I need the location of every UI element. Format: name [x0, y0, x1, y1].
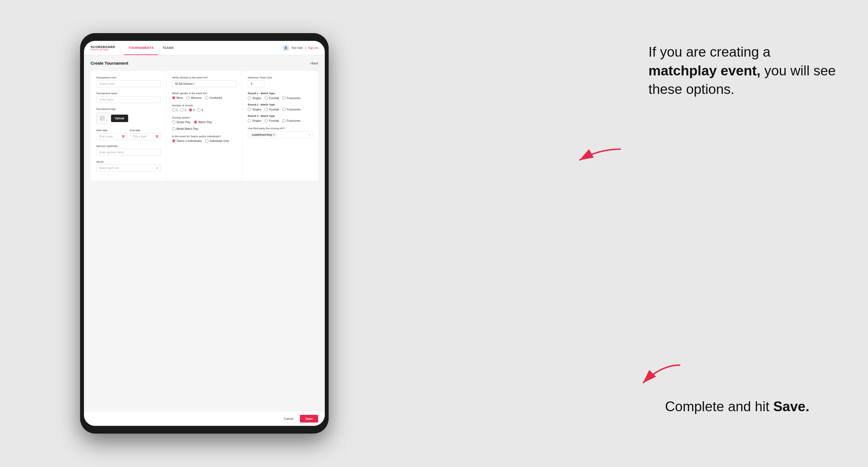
tournament-name-group: Tournament name [96, 92, 161, 103]
round2-radio-group: Singles Fourball Foursomes [248, 108, 313, 111]
round1-fourball-radio[interactable] [265, 96, 268, 100]
nav-bar: SCOREBOARD Powered by clippit TOURNAMENT… [84, 41, 325, 55]
round1-singles-radio[interactable] [248, 96, 251, 100]
gender-combined[interactable]: Combined [205, 96, 222, 99]
round2-fourball-radio[interactable] [265, 108, 268, 111]
round3-fourball[interactable]: Fourball [265, 119, 279, 122]
max-team-size-input[interactable] [248, 81, 264, 87]
tournament-name-input[interactable] [96, 96, 161, 103]
max-team-size-group: Maximum Team Size [248, 76, 313, 87]
svg-point-1 [101, 117, 102, 118]
rounds-4-radio[interactable] [197, 108, 200, 112]
gender-group: Which gender is the event for? Mens Wome… [172, 92, 237, 99]
save-button[interactable]: Save [300, 415, 318, 423]
round1-fourball[interactable]: Fourball [265, 96, 279, 100]
round2-singles-radio[interactable] [248, 108, 251, 111]
round2-foursomes[interactable]: Foursomes [282, 108, 301, 111]
teams-teams[interactable]: Teams (+Individuals) [172, 139, 202, 143]
teams-individuals-radio[interactable] [205, 139, 209, 143]
round1-radio-group: Singles Fourball Foursomes [248, 96, 313, 100]
round3-radio-group: Singles Fourball Foursomes [248, 119, 313, 122]
form-col-2: Which division is the event for? NCAA Di… [166, 71, 243, 181]
round3-singles-radio[interactable] [248, 119, 251, 122]
round3-foursomes[interactable]: Foursomes [282, 119, 301, 122]
nav-user: 👤 Test User | Sign out [283, 45, 318, 51]
round3-singles[interactable]: Singles [248, 119, 261, 122]
max-team-size-label: Maximum Team Size [248, 76, 313, 79]
venue-input[interactable] [96, 165, 161, 172]
user-name: Test User [291, 46, 303, 50]
upload-button[interactable]: Upload [111, 115, 128, 122]
round3-fourball-radio[interactable] [265, 119, 268, 122]
round2-label: Round 2 - Match Type [248, 103, 313, 106]
round2-match-type: Round 2 - Match Type Singles Fourball [248, 103, 313, 111]
scoring-match-radio[interactable] [194, 120, 197, 124]
round3-match-type: Round 3 - Match Type Singles Fourball [248, 114, 313, 122]
sponsor-input[interactable] [96, 149, 161, 156]
gender-womens-radio[interactable] [186, 96, 190, 99]
round1-singles[interactable]: Singles [248, 96, 261, 100]
tournament-host-input[interactable] [96, 81, 161, 87]
start-date-group: Start date 📅 [96, 129, 127, 140]
third-party-group: Use third-party live scoring API? Leader… [248, 127, 313, 138]
logo-placeholder [96, 112, 108, 124]
round1-foursomes[interactable]: Foursomes [282, 96, 301, 100]
annotation-matchplay-bold: matchplay event, [648, 63, 761, 79]
gender-label: Which gender is the event for? [172, 92, 237, 95]
round1-foursomes-radio[interactable] [282, 96, 285, 100]
nav-tabs: TOURNAMENTS TEAMS [124, 41, 283, 55]
arrow-right [571, 146, 626, 169]
round2-singles[interactable]: Singles [248, 108, 261, 111]
annotation-bottom-text1: Complete and hit [665, 399, 773, 414]
scoring-label: Scoring system [172, 116, 237, 119]
logo-sub: Powered by clippit [91, 49, 115, 51]
rounds-3-radio[interactable] [189, 108, 192, 112]
round1-label: Round 1 - Match Type [248, 92, 313, 95]
calendar-icon: 📅 [122, 135, 125, 138]
rounds-3[interactable]: 3 [189, 108, 195, 112]
tablet-screen: SCOREBOARD Powered by clippit TOURNAMENT… [84, 41, 325, 426]
scoring-match[interactable]: Match Play [194, 120, 212, 124]
sponsor-label: Sponsor (optional) [96, 145, 161, 148]
form-col-1: Tournament Host Tournament name Tourname… [91, 71, 166, 181]
gender-womens-label: Womens [191, 96, 202, 99]
rounds-2-radio[interactable] [180, 108, 184, 112]
cancel-button[interactable]: Cancel [280, 415, 297, 423]
rounds-2[interactable]: 2 [180, 108, 186, 112]
start-date-wrap: 📅 [96, 133, 127, 140]
rounds-1-radio[interactable] [172, 108, 175, 112]
gender-combined-radio[interactable] [205, 96, 208, 99]
annotation-save-bold: Save. [773, 399, 809, 414]
third-party-select[interactable]: Leaderboard King ✕ ▾ [248, 131, 313, 138]
gender-womens[interactable]: Womens [186, 96, 202, 99]
form-footer: Cancel Save [84, 411, 325, 426]
gender-mens[interactable]: Mens [172, 96, 183, 99]
tournament-host-group: Tournament Host [96, 76, 161, 87]
rounds-1[interactable]: 1 [172, 108, 178, 112]
scoring-medal-radio[interactable] [172, 127, 175, 130]
scoring-medal[interactable]: Medal Match Play [172, 127, 198, 130]
scoring-stroke-radio[interactable] [172, 120, 175, 124]
round2-foursomes-radio[interactable] [282, 108, 285, 111]
round2-fourball[interactable]: Fourball [265, 108, 279, 111]
round3-label: Round 3 - Match Type [248, 114, 313, 117]
tab-teams[interactable]: TEAMS [158, 41, 178, 55]
tournament-logo-label: Tournament logo [96, 107, 161, 111]
sponsor-group: Sponsor (optional) [96, 145, 161, 156]
sign-out-link[interactable]: Sign out [308, 46, 318, 50]
teams-individuals[interactable]: Individuals Only [205, 139, 229, 143]
tournament-name-label: Tournament name [96, 92, 161, 95]
teams-teams-radio[interactable] [172, 139, 175, 143]
logo-text: SCOREBOARD [91, 45, 115, 49]
rounds-4[interactable]: 4 [197, 108, 203, 112]
tab-tournaments[interactable]: TOURNAMENTS [124, 41, 158, 55]
back-link[interactable]: ‹ Back [310, 62, 318, 65]
tournament-logo-group: Tournament logo Upload [96, 107, 161, 124]
round3-foursomes-radio[interactable] [282, 119, 285, 122]
annotation-right: If you are creating a matchplay event, y… [648, 43, 842, 99]
gender-mens-radio[interactable] [172, 96, 175, 99]
scoring-stroke[interactable]: Stroke Play [172, 120, 191, 124]
third-party-remove-icon[interactable]: ✕ [273, 133, 275, 136]
division-select[interactable]: NCAA Division I NCAA Division II NCAA Di… [172, 81, 237, 87]
calendar-icon-2: 📅 [155, 135, 158, 138]
